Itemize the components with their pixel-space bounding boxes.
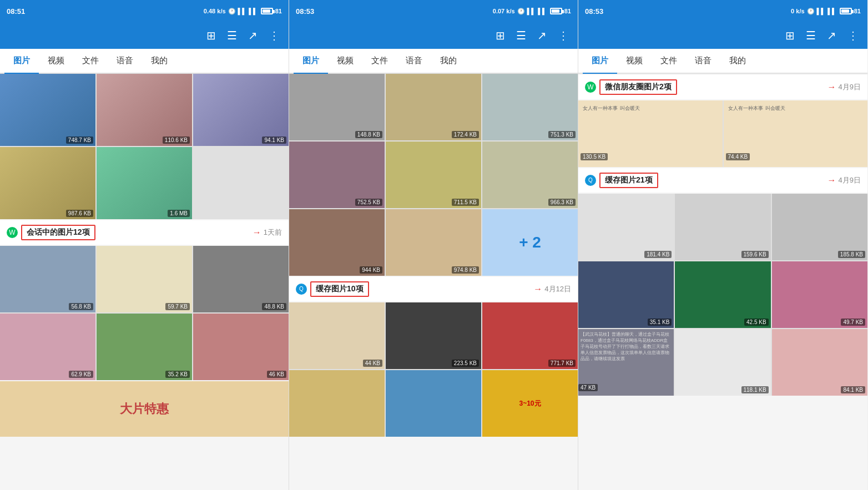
s1-img-4[interactable]: 35.2 KB [97,314,192,380]
p3-s2-size-8: 84.1 KB [841,386,865,393]
tab-file-3[interactable]: 文件 [652,49,686,73]
img-cell-0-1[interactable]: 110.6 KB [97,74,192,146]
tab-mine-2[interactable]: 我的 [431,49,466,73]
tab-mine-1[interactable]: 我的 [142,49,176,73]
time-2: 08:53 [296,7,314,16]
share-icon-3[interactable]: ↗ [827,29,836,42]
p3-s2-size-3: 35.1 KB [648,319,672,326]
tab-file-1[interactable]: 文件 [73,49,108,73]
tab-mine-3[interactable]: 我的 [720,49,755,73]
tab-images-1[interactable]: 图片 [4,49,39,73]
signal-icon-3: ▌▌ [527,8,536,14]
s1-img-2[interactable]: 48.8 KB [193,246,289,312]
p2-size-5: 966.3 KB [548,199,576,206]
top-image-grid-2: 148.8 KB 172.4 KB 751.3 KB 752.5 KB [289,74,578,276]
s1-img-0[interactable]: 56.8 KB [0,246,95,312]
p3-s2-img-3[interactable]: 35.1 KB [578,261,674,328]
s2-img-1[interactable]: 223.5 KB [386,302,481,369]
speed-1: 0.48 k/s [204,8,226,14]
s1-img-1[interactable]: 59.7 KB [97,246,192,312]
p3-s2-img-0[interactable]: 181.4 KB [578,194,674,260]
p2-img-2[interactable]: 751.3 KB [482,74,578,140]
p3-s2-img-7[interactable]: 118.1 KB [675,329,770,396]
more-icon-3[interactable]: ⋮ [847,29,859,42]
s2-img-2[interactable]: 771.7 KB [482,302,578,369]
section-date-3b: → 4月9日 [827,175,861,185]
share-icon-2[interactable]: ↗ [537,29,547,42]
p2-img-6[interactable]: 944 KB [289,209,385,276]
battery-icon-3 [840,8,852,14]
tab-audio-1[interactable]: 语音 [108,49,142,73]
toolbar-2: ⊞ ☰ ↗ ⋮ [289,22,578,49]
p3-s2-img-8[interactable]: 84.1 KB [772,329,867,396]
p2-size-0: 148.8 KB [355,131,382,138]
img-cell-0-4[interactable]: 1.6 MB [97,147,192,219]
s2-size-0: 44 KB [363,360,382,367]
p3-s2-img-1[interactable]: 159.6 KB [675,194,770,260]
arrow-icon-1: → [253,228,261,238]
clock-icon-1: 🕐 [228,8,236,15]
status-bar-2: 08:53 0.07 k/s 🕐 ▌▌ ▌▌ 81 [289,0,578,22]
toolbar-1: ⊞ ☰ ↗ ⋮ [0,22,289,49]
section-date-2: → 4月12日 [533,284,571,294]
tab-audio-2[interactable]: 语音 [397,49,431,73]
tab-file-2[interactable]: 文件 [362,49,397,73]
s1-img-5[interactable]: 46 KB [193,314,289,380]
p3-s2-size-0: 181.4 KB [644,251,672,258]
search-icon-2[interactable]: ☰ [516,29,526,42]
img-cell-0-0[interactable]: 748.7 KB [0,74,95,146]
p2-img-4[interactable]: 711.5 KB [386,142,481,208]
battery-icon-2 [550,8,562,14]
p3-s1-img-0[interactable]: 女人有一种本事 叫会暖天 130.5 KB [578,100,723,167]
img-cell-0-3[interactable]: 987.6 KB [0,147,95,219]
tab-audio-3[interactable]: 语音 [686,49,720,73]
p3-s2-img-5[interactable]: 49.7 KB [772,261,867,328]
tab-images-3[interactable]: 图片 [583,49,617,73]
p2-img-5[interactable]: 966.3 KB [482,142,578,208]
content-3: W 微信朋友圈图片2项 → 4月9日 女人有一种本事 叫会暖天 130.5 KB [578,74,867,490]
p3-s2-img-6[interactable]: 【武汉马花枝】普通的聊天，通过盒子马花枝F0683，通过盒子马花枝网络马花枝AD… [578,329,674,396]
tab-video-3[interactable]: 视频 [617,49,652,73]
p3-s2-img-4[interactable]: 42.5 KB [675,261,770,328]
content-2: 148.8 KB 172.4 KB 751.3 KB 752.5 KB [289,74,578,490]
battery-fill-2 [552,9,560,13]
section-img-grid-3a: 女人有一种本事 叫会暖天 130.5 KB 女人有一种本事 叫会暖天 74.4 … [578,100,867,167]
top-image-grid-1: 748.7 KB 110.6 KB 94.1 KB 987.6 KB [0,74,289,219]
p2-img-0[interactable]: 148.8 KB [289,74,385,140]
p3-s2-img-2[interactable]: 185.8 KB [772,194,867,260]
s1-img-3[interactable]: 62.9 KB [0,314,95,380]
phone-panel-3: 08:53 0 k/s 🕐 ▌▌ ▌▌ 81 ⊞ ☰ ↗ ⋮ 图片 视频 文件 … [578,0,867,490]
album-icon-2[interactable]: ⊞ [496,29,505,42]
p2-img-3[interactable]: 752.5 KB [289,142,385,208]
s2-img-0[interactable]: 44 KB [289,302,385,369]
tab-video-1[interactable]: 视频 [39,49,73,73]
img-cell-0-2[interactable]: 94.1 KB [193,74,289,146]
share-icon-1[interactable]: ↗ [248,29,258,42]
album-icon-3[interactable]: ⊞ [785,29,795,42]
search-icon-3[interactable]: ☰ [806,29,816,42]
signal-icon-6: ▌▌ [827,8,836,14]
s2-img-3[interactable] [289,370,385,437]
p2-img-1[interactable]: 172.4 KB [386,74,481,140]
p2-img-7[interactable]: 974.8 KB [386,209,481,276]
p3-s2-size-7: 118.1 KB [741,386,769,393]
more-icon-2[interactable]: ⋮ [558,29,569,42]
tab-video-2[interactable]: 视频 [328,49,362,73]
s2-img-5[interactable]: 3~10元 [482,370,578,437]
phone-panel-2: 08:53 0.07 k/s 🕐 ▌▌ ▌▌ 81 ⊞ ☰ ↗ ⋮ 图片 视频 … [289,0,578,490]
s2-img-4[interactable] [386,370,481,437]
section-img-grid-3b: 181.4 KB 159.6 KB 185.8 KB 35.1 KB [578,194,867,396]
p3-s1-img-1[interactable]: 女人有一种本事 叫会暖天 74.4 KB [724,100,868,167]
tab-images-2[interactable]: 图片 [294,49,328,73]
section-title-2: 缓存图片10项 [310,281,369,297]
clock-icon-3: 🕐 [807,8,815,15]
bottom-banner-1[interactable]: 大片特惠 [0,381,289,437]
album-icon-1[interactable]: ⊞ [206,29,216,42]
status-bar-3: 08:53 0 k/s 🕐 ▌▌ ▌▌ 81 [578,0,867,22]
more-icon-1[interactable]: ⋮ [269,29,280,42]
p2-plus[interactable]: + 2 [482,209,578,276]
s2-size-1: 223.5 KB [452,360,479,367]
s1-size-2: 48.8 KB [262,303,286,310]
arrow-icon-2: → [533,284,542,294]
search-icon-1[interactable]: ☰ [227,29,237,42]
